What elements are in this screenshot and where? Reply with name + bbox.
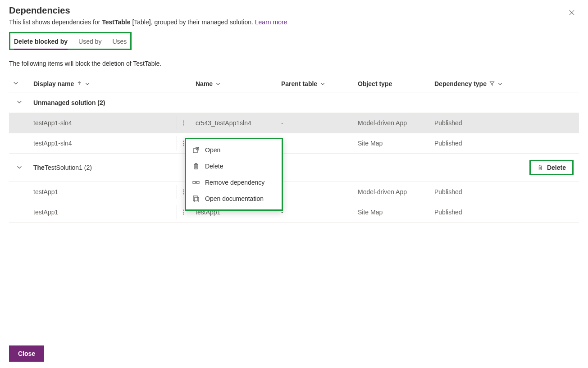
svg-rect-15 xyxy=(193,196,197,201)
table-row[interactable]: testApp1 testApp1 - Site Map Published xyxy=(9,202,579,223)
tabs-container: Delete blocked by Used by Uses xyxy=(9,32,132,50)
sort-ascending-icon xyxy=(77,80,82,87)
body-description: The following items will block the delet… xyxy=(9,60,579,67)
column-dependency-type[interactable]: Dependency type xyxy=(431,75,579,92)
column-parent-label: Parent table xyxy=(281,80,317,87)
cell-parent: - xyxy=(281,119,283,127)
cell-display-name: testApp1 xyxy=(33,188,58,195)
table-row[interactable]: testApp1 - Model-driven App Published xyxy=(9,182,579,202)
group-label-bold: The xyxy=(33,164,45,171)
column-object-type[interactable]: Object type xyxy=(354,75,431,92)
cell-object-type: Model-driven App xyxy=(358,188,407,195)
context-menu: Open Delete Remove dependency Open docum… xyxy=(185,138,283,211)
delete-button-label: Delete xyxy=(547,164,566,171)
column-object-label: Object type xyxy=(358,80,392,87)
more-actions-button[interactable] xyxy=(177,116,189,130)
column-parent-table[interactable]: Parent table xyxy=(278,75,354,92)
svg-rect-13 xyxy=(193,182,196,183)
menu-item-remove-dependency[interactable]: Remove dependency xyxy=(186,174,282,191)
unlink-icon xyxy=(192,179,200,186)
cell-display-name: testApp1-sln4 xyxy=(33,140,72,147)
menu-item-open[interactable]: Open xyxy=(186,142,282,158)
cell-display-name: testApp1 xyxy=(33,209,58,216)
svg-rect-14 xyxy=(196,182,199,183)
close-icon[interactable] xyxy=(566,7,577,18)
cell-dependency-type: Published xyxy=(434,119,462,127)
svg-point-6 xyxy=(182,190,183,191)
subtitle: This list shows dependencies for TestTab… xyxy=(9,18,579,26)
svg-point-8 xyxy=(182,193,183,194)
column-display-name[interactable]: Display name xyxy=(30,75,192,92)
cell-dependency-type: Published xyxy=(434,140,462,147)
close-button[interactable]: Close xyxy=(9,345,44,362)
svg-point-2 xyxy=(182,124,183,125)
expand-toggle[interactable] xyxy=(9,154,30,182)
group-row-testsolution[interactable]: TheTestSolution1 (2) Delete xyxy=(9,154,579,182)
open-icon xyxy=(192,146,200,154)
table-row[interactable]: testApp1-sln4 cr543_testApp1sln4 - Model… xyxy=(9,113,579,133)
cell-object-type: Site Map xyxy=(358,209,383,216)
tab-uses[interactable]: Uses xyxy=(112,35,127,49)
column-name[interactable]: Name xyxy=(192,75,278,92)
page-title: Dependencies xyxy=(9,5,579,16)
svg-point-3 xyxy=(182,141,183,142)
svg-point-1 xyxy=(182,123,183,123)
svg-point-10 xyxy=(182,212,183,213)
table-row[interactable]: testApp1-sln4 - Site Map Published xyxy=(9,133,579,154)
cell-object-type: Site Map xyxy=(358,140,383,147)
svg-point-5 xyxy=(182,145,183,145)
group-label-rest: TestSolution1 (2) xyxy=(45,164,92,171)
column-expand-all[interactable] xyxy=(9,75,30,92)
menu-item-label: Remove dependency xyxy=(205,179,264,186)
expand-toggle[interactable] xyxy=(9,92,30,113)
group-row-unmanaged[interactable]: Unmanaged solution (2) xyxy=(9,92,579,113)
menu-item-label: Delete xyxy=(205,163,223,170)
chevron-down-icon xyxy=(85,81,90,86)
svg-point-0 xyxy=(182,121,183,122)
column-dependency-label: Dependency type xyxy=(434,80,487,87)
trash-icon xyxy=(192,163,200,170)
subtitle-entity: TestTable xyxy=(102,18,130,26)
subtitle-pre: This list shows dependencies for xyxy=(9,18,102,26)
menu-item-label: Open documentation xyxy=(205,195,264,202)
cell-name: cr543_testApp1sln4 xyxy=(196,119,251,127)
column-name-label: Name xyxy=(196,80,213,87)
menu-item-delete[interactable]: Delete xyxy=(186,158,282,174)
svg-rect-16 xyxy=(195,197,199,202)
chevron-down-icon xyxy=(320,81,325,86)
svg-point-7 xyxy=(182,191,183,192)
filter-icon xyxy=(489,80,495,87)
cell-object-type: Model-driven App xyxy=(358,119,407,127)
svg-point-4 xyxy=(182,143,183,144)
menu-item-open-documentation[interactable]: Open documentation xyxy=(186,191,282,207)
tab-delete-blocked-by[interactable]: Delete blocked by xyxy=(14,35,68,49)
delete-button[interactable]: Delete xyxy=(529,160,574,175)
cell-dependency-type: Published xyxy=(434,188,462,195)
document-icon xyxy=(192,195,200,202)
menu-item-label: Open xyxy=(205,146,220,154)
group-label: Unmanaged solution (2) xyxy=(33,99,105,106)
cell-display-name: testApp1-sln4 xyxy=(33,119,72,127)
learn-more-link[interactable]: Learn more xyxy=(255,18,287,26)
subtitle-post: [Table], grouped by their managed soluti… xyxy=(131,18,255,26)
column-display-name-label: Display name xyxy=(33,80,74,87)
chevron-down-icon xyxy=(215,81,221,86)
svg-point-11 xyxy=(182,214,183,214)
tab-used-by[interactable]: Used by xyxy=(78,35,101,49)
cell-dependency-type: Published xyxy=(434,209,462,216)
chevron-down-icon xyxy=(497,81,503,86)
svg-point-9 xyxy=(182,210,183,211)
